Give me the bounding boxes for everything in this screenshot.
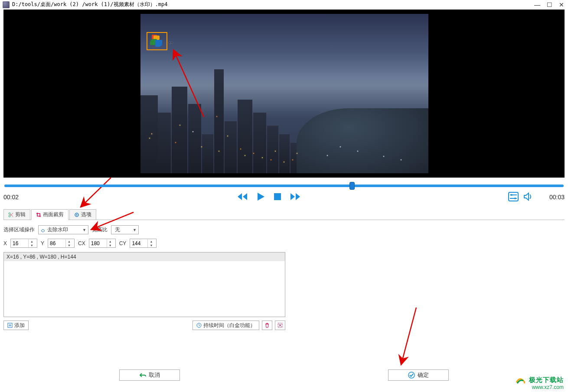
ok-button[interactable]: 确定 xyxy=(388,369,449,381)
tabs-row: 剪辑 画面裁剪 选项 xyxy=(3,209,565,220)
clear-icon xyxy=(277,323,283,328)
watermark-url: www.xz7.com xyxy=(516,384,564,390)
trash-icon xyxy=(264,323,270,328)
aspect-select[interactable]: 无 ▼ xyxy=(111,225,139,234)
spin-up[interactable]: ▲ xyxy=(66,240,72,243)
cx-input[interactable]: ▲▼ xyxy=(89,239,116,248)
video-preview[interactable]: ↔ xyxy=(3,10,565,178)
aspect-label: 宽高比 xyxy=(92,226,108,233)
play-button[interactable] xyxy=(256,192,265,203)
y-label: Y xyxy=(41,240,44,246)
window-title: D:/tools/桌面/work (2) /work (1)/视频素材（水印）.… xyxy=(12,1,167,8)
cancel-label: 取消 xyxy=(149,371,160,379)
svg-rect-5 xyxy=(509,192,518,201)
cancel-button[interactable]: 取消 xyxy=(119,369,180,381)
spin-up[interactable]: ▲ xyxy=(107,240,114,243)
spin-up[interactable]: ▲ xyxy=(148,240,154,243)
tab-edit-label: 剪辑 xyxy=(15,211,26,218)
crop-icon xyxy=(36,212,41,217)
tab-crop[interactable]: 画面裁剪 xyxy=(31,209,69,220)
x-field[interactable] xyxy=(11,240,28,246)
gear-icon xyxy=(74,212,79,217)
spin-down[interactable]: ▼ xyxy=(66,243,72,247)
total-time: 00:03 xyxy=(539,194,565,201)
x-input[interactable]: ▲▼ xyxy=(10,239,37,248)
x-label: X xyxy=(3,240,7,246)
chevron-down-icon: ▼ xyxy=(130,228,137,232)
dialog-buttons: 取消 确定 xyxy=(0,369,568,381)
volume-icon[interactable] xyxy=(523,192,533,203)
region-op-select[interactable]: 去除水印 ▼ xyxy=(38,225,88,234)
minimize-button[interactable]: — xyxy=(533,1,541,8)
tab-options[interactable]: 选项 xyxy=(69,209,96,220)
swirl-icon xyxy=(516,376,526,384)
playback-controls-row: 00:02 00:03 xyxy=(3,191,565,204)
ok-label: 确定 xyxy=(418,371,429,379)
aspect-value: 无 xyxy=(113,226,122,233)
clock-icon xyxy=(196,323,202,328)
settings-icon[interactable] xyxy=(508,192,519,203)
scissors-icon xyxy=(8,212,13,217)
cy-field[interactable] xyxy=(130,240,147,246)
tab-crop-label: 画面裁剪 xyxy=(43,211,64,218)
svg-rect-4 xyxy=(274,193,281,200)
undo-icon xyxy=(139,372,146,378)
app-icon xyxy=(3,1,10,8)
add-label: 添加 xyxy=(14,322,25,329)
office-logo-icon xyxy=(149,35,165,48)
site-watermark: 极光下载站 www.xz7.com xyxy=(516,376,564,390)
y-input[interactable]: ▲▼ xyxy=(48,239,75,248)
close-button[interactable]: ✕ xyxy=(558,1,565,8)
add-button[interactable]: 添加 xyxy=(3,321,29,330)
rewind-button[interactable] xyxy=(237,192,248,203)
spin-down[interactable]: ▼ xyxy=(148,243,154,247)
clear-button[interactable] xyxy=(275,321,285,330)
tab-edit[interactable]: 剪辑 xyxy=(3,209,30,220)
crop-panel: 选择区域操作 去除水印 ▼ 宽高比 无 ▼ X ▲▼ Y ▲▼ CX ▲▼ CY xyxy=(3,225,565,330)
maximize-button[interactable]: ☐ xyxy=(545,1,553,8)
resize-cursor-icon: ↔ xyxy=(168,39,174,46)
window-controls: — ☐ ✕ xyxy=(533,1,565,8)
svg-line-21 xyxy=(199,325,200,326)
cy-input[interactable]: ▲▼ xyxy=(130,239,157,248)
delete-button[interactable] xyxy=(262,321,272,330)
progress-handle[interactable] xyxy=(349,182,355,190)
list-item[interactable]: X=16 , Y=86 , W=180 , H=144 xyxy=(4,253,285,261)
duration-label: 持续时间（白金功能） xyxy=(203,322,255,329)
cx-label: CX xyxy=(78,240,85,246)
check-icon xyxy=(408,372,415,379)
spin-up[interactable]: ▲ xyxy=(29,240,35,243)
cx-field[interactable] xyxy=(89,240,107,246)
svg-point-25 xyxy=(408,372,415,378)
watermark-selection-box[interactable] xyxy=(147,32,167,50)
svg-point-15 xyxy=(76,214,78,215)
region-list[interactable]: X=16 , Y=86 , W=180 , H=144 xyxy=(3,252,285,317)
region-op-value: 去除水印 xyxy=(46,226,70,233)
eraser-icon xyxy=(40,227,46,233)
cy-label: CY xyxy=(119,240,127,246)
duration-button[interactable]: 持续时间（白金功能） xyxy=(193,321,259,330)
chevron-down-icon: ▼ xyxy=(80,228,86,232)
spin-down[interactable]: ▼ xyxy=(29,243,35,247)
watermark-title: 极光下载站 xyxy=(529,376,564,383)
titlebar: D:/tools/桌面/work (2) /work (1)/视频素材（水印）.… xyxy=(0,0,568,10)
video-frame: ↔ xyxy=(140,14,428,173)
forward-button[interactable] xyxy=(290,192,301,203)
tab-options-label: 选项 xyxy=(81,211,91,218)
add-icon xyxy=(7,323,13,328)
spin-down[interactable]: ▼ xyxy=(107,243,114,247)
region-op-label: 选择区域操作 xyxy=(3,226,35,233)
progress-bar[interactable] xyxy=(3,182,565,190)
current-time: 00:02 xyxy=(3,194,29,201)
stop-button[interactable] xyxy=(273,192,282,202)
y-field[interactable] xyxy=(48,240,65,246)
